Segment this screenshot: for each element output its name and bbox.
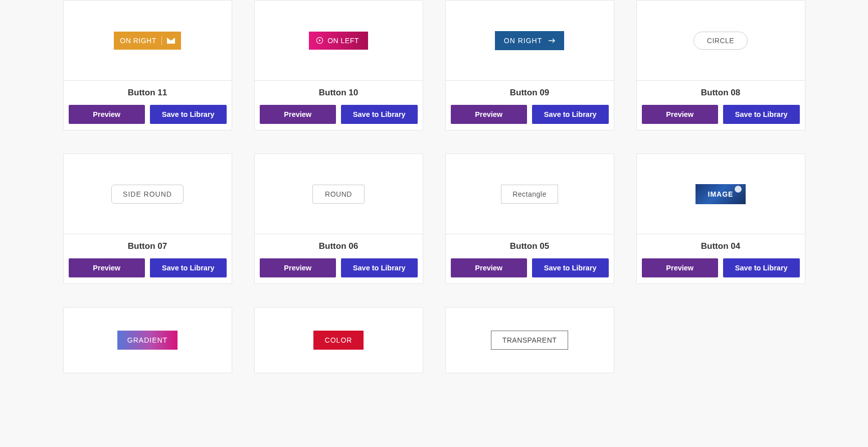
sample-button-09[interactable]: ON RIGHT bbox=[495, 31, 564, 50]
sample-button-label: Rectangle bbox=[512, 190, 547, 198]
card-button-04: IMAGE Button 04 Preview Save to Library bbox=[636, 154, 805, 284]
sample-button-07[interactable]: SIDE ROUND bbox=[111, 185, 184, 204]
card-preview: IMAGE bbox=[637, 154, 805, 234]
save-to-library-button[interactable]: Save to Library bbox=[723, 258, 800, 277]
envelope-icon bbox=[167, 38, 175, 44]
card-button-11: ON RIGHT Button 11 Preview Save to Libra… bbox=[63, 0, 232, 130]
card-button-02: COLOR bbox=[254, 307, 423, 373]
sample-button-10[interactable]: ON LEFT bbox=[309, 32, 368, 50]
card-button-03: GRADIENT bbox=[63, 307, 232, 373]
save-to-library-button[interactable]: Save to Library bbox=[150, 258, 227, 277]
card-button-10: ON LEFT Button 10 Preview Save to Librar… bbox=[254, 0, 423, 130]
card-preview: ON RIGHT bbox=[446, 1, 614, 81]
sample-button-04[interactable]: IMAGE bbox=[696, 184, 746, 204]
save-to-library-button[interactable]: Save to Library bbox=[532, 258, 609, 277]
card-preview: GRADIENT bbox=[64, 308, 232, 373]
card-title: Button 11 bbox=[128, 88, 167, 98]
preview-button[interactable]: Preview bbox=[69, 105, 145, 124]
arrow-right-icon bbox=[548, 38, 555, 43]
preview-button[interactable]: Preview bbox=[260, 258, 336, 277]
card-preview: ON RIGHT bbox=[64, 1, 232, 81]
card-preview: Rectangle bbox=[446, 154, 614, 234]
card-title: Button 07 bbox=[128, 241, 167, 251]
card-preview: SIDE ROUND bbox=[64, 154, 232, 234]
card-title: Button 06 bbox=[319, 241, 358, 251]
sample-button-label: GRADIENT bbox=[127, 336, 167, 344]
sample-button-06[interactable]: ROUND bbox=[312, 185, 365, 204]
sample-button-03[interactable]: GRADIENT bbox=[117, 331, 178, 350]
sample-button-01[interactable]: TRANSPARENT bbox=[491, 331, 569, 350]
preview-button[interactable]: Preview bbox=[642, 105, 719, 124]
card-title: Button 04 bbox=[701, 241, 740, 251]
save-to-library-button[interactable]: Save to Library bbox=[150, 105, 227, 124]
preview-button[interactable]: Preview bbox=[69, 258, 145, 277]
sample-button-label: SIDE ROUND bbox=[123, 190, 172, 198]
card-button-01: TRANSPARENT bbox=[445, 307, 614, 373]
card-title: Button 08 bbox=[701, 88, 740, 98]
sample-button-label: ON RIGHT bbox=[504, 37, 542, 45]
save-to-library-button[interactable]: Save to Library bbox=[532, 105, 609, 124]
card-button-07: SIDE ROUND Button 07 Preview Save to Lib… bbox=[63, 154, 232, 284]
sample-button-label: ON RIGHT bbox=[120, 37, 156, 45]
save-to-library-button[interactable]: Save to Library bbox=[341, 258, 418, 277]
card-button-05: Rectangle Button 05 Preview Save to Libr… bbox=[445, 154, 614, 284]
play-circle-icon bbox=[316, 37, 323, 44]
save-to-library-button[interactable]: Save to Library bbox=[341, 105, 418, 124]
preview-button[interactable]: Preview bbox=[260, 105, 336, 124]
card-button-06: ROUND Button 06 Preview Save to Library bbox=[254, 154, 423, 284]
save-to-library-button[interactable]: Save to Library bbox=[723, 105, 800, 124]
card-title: Button 10 bbox=[319, 88, 358, 98]
sample-button-02[interactable]: COLOR bbox=[313, 331, 364, 350]
sample-button-label: IMAGE bbox=[708, 190, 734, 198]
card-title: Button 05 bbox=[510, 241, 549, 251]
card-preview: TRANSPARENT bbox=[446, 308, 614, 373]
sample-button-label: ON LEFT bbox=[327, 37, 359, 45]
sample-button-label: ROUND bbox=[325, 190, 352, 198]
card-preview: COLOR bbox=[255, 308, 423, 373]
preview-button[interactable]: Preview bbox=[451, 258, 528, 277]
divider-icon bbox=[161, 36, 162, 45]
card-button-09: ON RIGHT Button 09 Preview Save to Libra… bbox=[445, 0, 614, 130]
card-preview: ON LEFT bbox=[255, 1, 423, 81]
sample-button-label: TRANSPARENT bbox=[502, 336, 557, 344]
preview-button[interactable]: Preview bbox=[642, 258, 719, 277]
sample-button-11[interactable]: ON RIGHT bbox=[114, 32, 181, 50]
card-preview: CIRCLE bbox=[637, 1, 805, 81]
card-preview: ROUND bbox=[255, 154, 423, 234]
sample-button-label: CIRCLE bbox=[707, 37, 734, 45]
preview-button[interactable]: Preview bbox=[451, 105, 528, 124]
sample-button-08[interactable]: CIRCLE bbox=[693, 32, 748, 50]
card-button-08: CIRCLE Button 08 Preview Save to Library bbox=[636, 0, 805, 130]
card-title: Button 09 bbox=[510, 88, 549, 98]
sample-button-label: COLOR bbox=[325, 336, 353, 344]
sample-button-05[interactable]: Rectangle bbox=[501, 185, 558, 204]
